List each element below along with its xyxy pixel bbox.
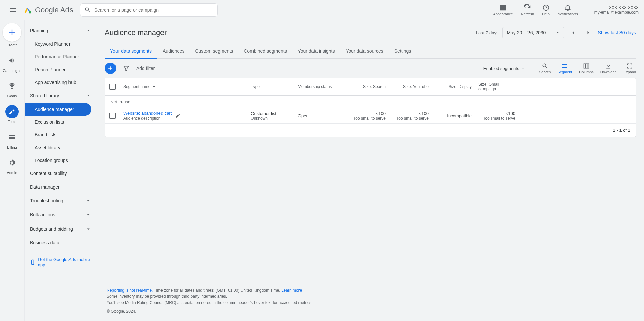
megaphone-icon xyxy=(8,57,16,64)
create-button[interactable]: Create xyxy=(3,23,21,47)
col-membership-status[interactable]: Membership status xyxy=(294,78,346,95)
edit-icon[interactable] xyxy=(175,113,180,118)
nav-keyword-planner[interactable]: Keyword Planner xyxy=(25,38,97,50)
rail-billing[interactable]: Billing xyxy=(5,130,19,149)
plus-icon xyxy=(107,65,114,72)
tool-columns[interactable]: Columns xyxy=(579,63,593,74)
chevron-up-icon xyxy=(85,93,91,99)
main-menu-button[interactable] xyxy=(5,2,21,18)
tabs: Your data segments Audiences Custom segm… xyxy=(105,44,636,59)
svg-point-3 xyxy=(32,264,33,264)
account-info[interactable]: XXX-XXX-XXXX my-email@example.com xyxy=(594,5,639,15)
col-size-display[interactable]: Size: Display xyxy=(432,78,475,95)
trophy-icon xyxy=(8,82,16,90)
plus-icon xyxy=(7,28,17,37)
row-size-display: Incompatible xyxy=(435,113,472,118)
tab-settings[interactable]: Settings xyxy=(389,44,417,58)
rail-goals[interactable]: Goals xyxy=(5,79,19,98)
table-group-label: Not in-use xyxy=(105,96,636,108)
row-size-gmail: <100 xyxy=(506,111,515,116)
nav-budgets[interactable]: Budgets and bidding xyxy=(25,222,97,236)
nav-group-planning[interactable]: Planning xyxy=(25,24,97,38)
expand-icon xyxy=(626,63,633,69)
search-icon xyxy=(84,7,91,13)
row-checkbox[interactable] xyxy=(109,113,116,119)
svg-point-0 xyxy=(29,11,31,14)
account-id: XXX-XXX-XXXX xyxy=(594,5,639,10)
reporting-link[interactable]: Reporting is not real-time. xyxy=(107,288,153,293)
rail-tools[interactable]: Tools xyxy=(5,105,19,124)
col-size-search[interactable]: Size: Search xyxy=(346,78,389,95)
col-size-gmail[interactable]: Size: Gmail campaign xyxy=(475,78,519,95)
logo-text: Google Ads xyxy=(35,6,73,14)
enabled-segments-dropdown[interactable]: Enabled segments xyxy=(483,66,525,71)
nav-group-shared[interactable]: Shared library xyxy=(25,89,97,103)
segment-icon xyxy=(561,63,568,69)
add-segment-button[interactable] xyxy=(105,63,116,74)
gear-icon xyxy=(8,159,16,166)
refresh-button[interactable]: Refresh xyxy=(521,4,534,16)
nav-performance-planner[interactable]: Performance Planner xyxy=(25,50,97,63)
search-box[interactable] xyxy=(80,3,218,17)
wrench-icon xyxy=(8,108,16,115)
table-pager: 1 - 1 of 1 xyxy=(105,124,636,137)
nav-data-manager[interactable]: Data manager xyxy=(25,180,97,194)
card-icon xyxy=(8,133,16,141)
mobile-app-link[interactable]: Get the Google Ads mobile app xyxy=(25,252,97,272)
tab-data-insights[interactable]: Your data insights xyxy=(292,44,340,58)
tab-custom-segments[interactable]: Custom segments xyxy=(190,44,238,58)
table-header: Segment name Type Membership status Size… xyxy=(105,78,636,96)
filter-button[interactable] xyxy=(120,62,132,74)
add-filter-button[interactable]: Add filter xyxy=(136,66,155,71)
nav-location-groups[interactable]: Location groups xyxy=(25,154,97,167)
help-icon xyxy=(542,4,550,11)
segment-description: Audience description xyxy=(123,116,172,121)
tab-audiences[interactable]: Audiences xyxy=(157,44,190,58)
segment-link[interactable]: Website: abandoned cart xyxy=(123,111,172,116)
appearance-button[interactable]: Appearance xyxy=(493,4,513,16)
row-type: Customer list xyxy=(251,111,291,116)
nav-business-data[interactable]: Business data xyxy=(25,236,97,249)
tab-data-sources[interactable]: Your data sources xyxy=(340,44,388,58)
help-button[interactable]: Help xyxy=(542,4,550,16)
tab-combined-segments[interactable]: Combined segments xyxy=(238,44,292,58)
col-segment-name[interactable]: Segment name xyxy=(120,78,247,95)
nav-brand-lists[interactable]: Brand lists xyxy=(25,128,97,141)
nav-troubleshooting[interactable]: Troubleshooting xyxy=(25,194,97,208)
search-input[interactable] xyxy=(94,7,213,13)
nav-content-suitability[interactable]: Content suitability xyxy=(25,167,97,180)
chevron-down-icon xyxy=(85,226,91,232)
logo: Google Ads xyxy=(23,5,73,15)
date-prev-button[interactable] xyxy=(568,27,579,38)
row-size-youtube: <100 xyxy=(419,111,429,116)
dropdown-icon xyxy=(521,66,525,70)
show-last-30-link[interactable]: Show last 30 days xyxy=(598,30,636,35)
chevron-down-icon xyxy=(85,212,91,218)
learn-more-link[interactable]: Learn more xyxy=(281,288,302,293)
date-next-button[interactable] xyxy=(583,27,594,38)
account-email: my-email@example.com xyxy=(594,10,639,15)
tool-segment[interactable]: Segment xyxy=(557,63,572,74)
notifications-button[interactable]: Notifications xyxy=(558,4,578,16)
col-type[interactable]: Type xyxy=(247,78,294,95)
sort-up-icon xyxy=(152,84,156,89)
col-size-youtube[interactable]: Size: YouTube xyxy=(389,78,432,95)
nav-audience-manager[interactable]: Audience manager xyxy=(25,103,91,116)
rail-campaigns[interactable]: Campaigns xyxy=(3,54,21,73)
rail-admin[interactable]: Admin xyxy=(5,156,19,175)
nav-asset-library[interactable]: Asset library xyxy=(25,141,97,154)
select-all-checkbox[interactable] xyxy=(109,84,116,90)
nav-exclusion-lists[interactable]: Exclusion lists xyxy=(25,116,97,128)
date-picker[interactable]: May 20 – 26, 2030 xyxy=(502,27,564,38)
nav-app-advertising[interactable]: App advertising hub xyxy=(25,76,97,89)
tool-download[interactable]: Download xyxy=(600,63,617,74)
page-title: Audience manager xyxy=(105,28,167,37)
nav-reach-planner[interactable]: Reach Planner xyxy=(25,63,97,76)
tab-your-data-segments[interactable]: Your data segments xyxy=(105,44,157,58)
tool-search[interactable]: Search xyxy=(539,63,551,74)
nav-bulk-actions[interactable]: Bulk actions xyxy=(25,208,97,222)
date-range-label: Last 7 days xyxy=(476,30,499,35)
tool-expand[interactable]: Expand xyxy=(624,63,636,74)
divider xyxy=(586,4,586,16)
search-icon xyxy=(542,63,548,69)
